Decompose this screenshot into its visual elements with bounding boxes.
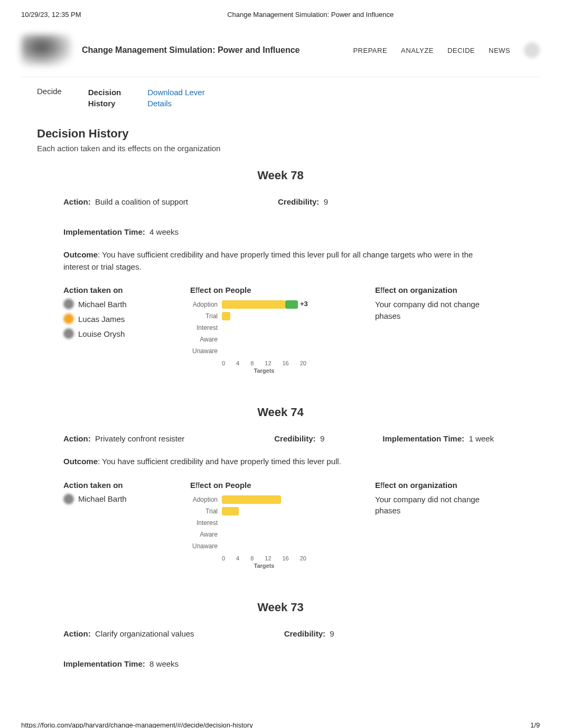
outcome-text: : You have sufficient credibility and ha… [63, 250, 473, 271]
effect-people-chart: Adoption +3 Trial Interest [190, 299, 359, 374]
chart-xtick: 4 [236, 555, 239, 561]
chart-bar-prev [222, 507, 239, 515]
chart-ylabel: Interest [190, 324, 222, 331]
label-effect-org: Effect on organization [375, 285, 498, 294]
label-effect-people: Effect on People [190, 285, 359, 294]
person-name: Lucas James [78, 315, 125, 324]
outcome: Outcome: You have sufficient credibility… [63, 456, 498, 468]
chart-xtick: 8 [250, 360, 254, 366]
col-effect-org: Effect on organization Your company did … [375, 285, 498, 374]
chart-ylabel: Trial [190, 312, 222, 320]
chart-xtick: 16 [283, 555, 289, 561]
week-block: Week 73 Action: Clarify organizational v… [37, 601, 524, 668]
logo [21, 34, 71, 66]
col-action-on: Action taken on Michael Barth [63, 481, 174, 569]
meta-credibility: Credibility: 9 [278, 197, 328, 206]
value-credibility: 9 [320, 434, 324, 443]
week-title: Week 78 [37, 169, 524, 182]
avatar[interactable] [524, 42, 540, 58]
effects-row: Action taken on Michael Barth Effect on … [63, 481, 498, 569]
print-footer: https://forio.com/app/harvard/change-man… [21, 721, 540, 729]
nav-analyze[interactable]: ANALYZE [401, 47, 434, 54]
outcome: Outcome: You have sufficient credibility… [63, 249, 498, 273]
chart-bar-change [285, 300, 298, 309]
person-dot-icon [63, 299, 74, 309]
app-title: Change Management Simulation: Power and … [82, 45, 342, 55]
subnav-download-lever-details[interactable]: Download Lever Details [147, 87, 204, 109]
person: Michael Barth [63, 299, 174, 309]
value-impl-time: 1 week [469, 434, 494, 443]
chart-xaxis: 0 4 8 12 16 20 [222, 360, 306, 366]
label-impl-time: Implementation Time: [63, 227, 145, 236]
person: Michael Barth [63, 494, 174, 504]
chart-xaxis: 0 4 8 12 16 20 [222, 555, 306, 561]
chart-ylabel: Aware [190, 336, 222, 343]
effects-row: Action taken on Michael Barth Lucas Jame… [63, 285, 498, 374]
print-header: 10/29/23, 12:35 PM Change Management Sim… [21, 11, 540, 19]
chart-ylabel: Adoption [190, 301, 222, 308]
nav-prepare[interactable]: PREPARE [353, 47, 387, 54]
label-impl-time: Implementation Time: [382, 434, 464, 443]
meta-row: Action: Privately confront resister Cred… [63, 434, 498, 443]
outcome-text: : You have sufficient credibility and ha… [98, 457, 341, 466]
person: Louise Orysh [63, 328, 174, 339]
footer-url: https://forio.com/app/harvard/change-man… [21, 721, 253, 729]
chart-ylabel: Aware [190, 531, 222, 538]
chart-xlabel: Targets [222, 563, 306, 569]
topbar: Change Management Simulation: Power and … [21, 29, 540, 77]
subnav-history-l1: Decision [88, 87, 121, 98]
person-name: Michael Barth [78, 300, 127, 309]
person-name: Louise Orysh [78, 329, 125, 338]
meta-impl-time: Implementation Time: 8 weeks [63, 659, 179, 668]
value-impl-time: 8 weeks [149, 659, 179, 668]
subnav-decide[interactable]: Decide [37, 87, 62, 109]
chart-xtick: 12 [265, 555, 271, 561]
col-effect-people: Effect on People Adoption +3 Trial [190, 285, 359, 374]
meta-credibility: Credibility: 9 [274, 434, 324, 443]
chart-bar-prev [222, 300, 285, 309]
org-effect-text: Your company did not change phases [375, 494, 498, 517]
week-title: Week 74 [37, 406, 524, 419]
meta-impl-time: Implementation Time: 4 weeks [63, 227, 179, 236]
value-action: Build a coalition of support [95, 197, 188, 206]
value-credibility: 9 [330, 629, 334, 638]
chart-annotation: +3 [300, 300, 308, 308]
subnav-download-l1: Download Lever [147, 87, 204, 98]
week-title: Week 73 [37, 601, 524, 614]
subnav-download-l2: Details [147, 98, 204, 109]
person: Lucas James [63, 314, 174, 324]
chart-xtick: 12 [265, 360, 271, 366]
person-dot-icon [63, 328, 74, 339]
chart-xtick: 4 [236, 360, 239, 366]
label-action: Action: [63, 629, 91, 638]
nav-decide[interactable]: DECIDE [447, 47, 475, 54]
week-block: Week 74 Action: Privately confront resis… [37, 406, 524, 569]
value-credibility: 9 [324, 197, 328, 206]
label-action: Action: [63, 434, 91, 443]
chart-xtick: 8 [250, 555, 254, 561]
meta-impl-time: Implementation Time: 1 week [382, 434, 494, 443]
value-action: Privately confront resister [95, 434, 184, 443]
chart-xtick: 20 [300, 360, 306, 366]
meta-action: Action: Build a coalition of support [63, 197, 188, 206]
subnav-decision-history[interactable]: Decision History [88, 87, 121, 109]
person-name: Michael Barth [78, 494, 127, 503]
nav-news[interactable]: NEWS [489, 47, 510, 54]
label-impl-time: Implementation Time: [63, 659, 145, 668]
chart-xtick: 0 [222, 555, 225, 561]
label-credibility: Credibility: [274, 434, 315, 443]
org-effect-text: Your company did not change phases [375, 299, 498, 322]
footer-page: 1/9 [530, 721, 540, 729]
main-nav: PREPARE ANALYZE DECIDE NEWS [353, 42, 540, 58]
page-subtitle: Each action taken and its effects on the… [37, 144, 524, 153]
meta-action: Action: Privately confront resister [63, 434, 184, 443]
meta-action: Action: Clarify organizational values [63, 629, 194, 638]
chart-xlabel: Targets [222, 367, 306, 374]
label-credibility: Credibility: [278, 197, 319, 206]
print-timestamp: 10/29/23, 12:35 PM [21, 11, 81, 19]
chart-ylabel: Interest [190, 519, 222, 527]
chart-bar-prev [222, 312, 230, 320]
week-block: Week 78 Action: Build a coalition of sup… [37, 169, 524, 374]
meta-row: Action: Clarify organizational values Cr… [63, 629, 498, 668]
value-action: Clarify organizational values [95, 629, 194, 638]
